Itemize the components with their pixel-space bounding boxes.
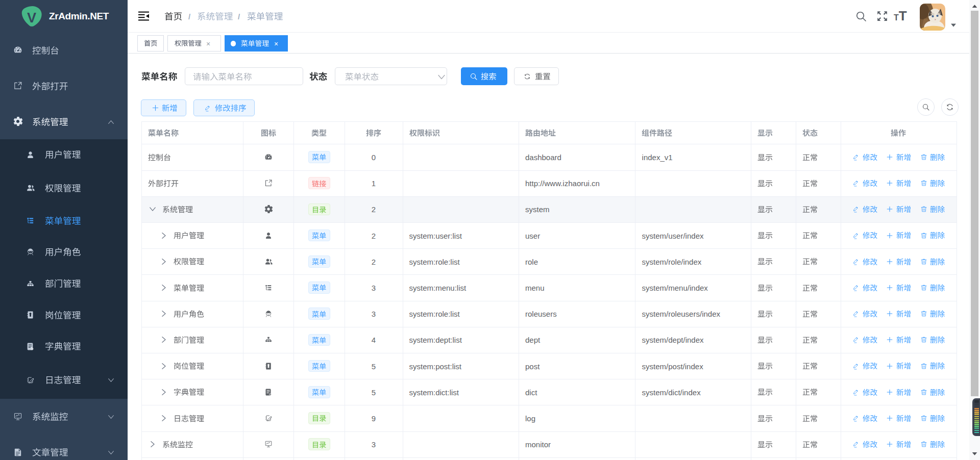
svg-text:V: V <box>27 10 36 25</box>
